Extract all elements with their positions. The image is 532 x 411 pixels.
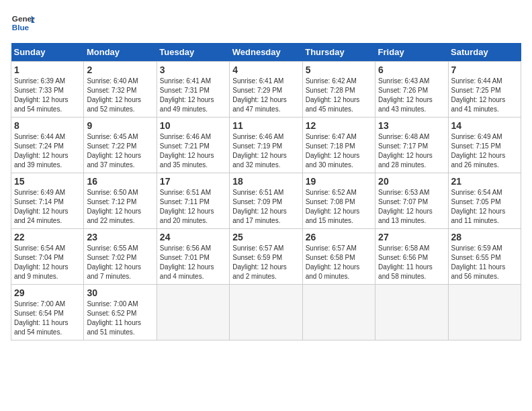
day-detail: Sunrise: 6:43 AMSunset: 7:26 PMDaylight:…: [378, 77, 445, 114]
day-number: 27: [378, 232, 445, 242]
day-detail: Sunrise: 6:51 AMSunset: 7:09 PMDaylight:…: [232, 188, 299, 226]
weekday-header: Tuesday: [157, 43, 229, 62]
weekday-header: Monday: [84, 43, 157, 62]
weekday-header: Thursday: [302, 43, 375, 62]
day-number: 4: [232, 64, 299, 75]
calendar-cell: 23 Sunrise: 6:55 AMSunset: 7:02 PMDaylig…: [84, 229, 157, 285]
calendar-cell: 28 Sunrise: 6:59 AMSunset: 6:55 PMDaylig…: [448, 229, 521, 285]
day-detail: Sunrise: 6:39 AMSunset: 7:33 PMDaylight:…: [14, 77, 81, 114]
day-detail: Sunrise: 6:46 AMSunset: 7:21 PMDaylight:…: [160, 132, 226, 170]
day-number: 2: [87, 64, 153, 75]
calendar-cell: 22 Sunrise: 6:54 AMSunset: 7:04 PMDaylig…: [11, 229, 84, 285]
day-number: 19: [306, 176, 372, 187]
calendar-cell: 8 Sunrise: 6:44 AMSunset: 7:24 PMDayligh…: [11, 118, 84, 173]
day-number: 12: [306, 120, 372, 131]
day-detail: Sunrise: 6:54 AMSunset: 7:04 PMDaylight:…: [14, 244, 81, 281]
calendar-cell: [448, 285, 521, 340]
calendar-cell: 12 Sunrise: 6:47 AMSunset: 7:18 PMDaylig…: [302, 118, 375, 173]
calendar-cell: 11 Sunrise: 6:46 AMSunset: 7:19 PMDaylig…: [230, 118, 302, 173]
calendar-week-row: 29 Sunrise: 7:00 AMSunset: 6:54 PMDaylig…: [11, 285, 521, 340]
calendar-cell: 9 Sunrise: 6:45 AMSunset: 7:22 PMDayligh…: [84, 118, 157, 173]
day-number: 30: [87, 287, 153, 298]
calendar-cell: 7 Sunrise: 6:44 AMSunset: 7:25 PMDayligh…: [448, 62, 521, 118]
day-number: 6: [378, 64, 445, 75]
day-detail: Sunrise: 6:53 AMSunset: 7:07 PMDaylight:…: [378, 188, 445, 226]
day-number: 20: [378, 176, 445, 187]
day-number: 16: [87, 176, 153, 187]
day-number: 5: [306, 64, 372, 75]
day-detail: Sunrise: 6:46 AMSunset: 7:19 PMDaylight:…: [232, 132, 299, 170]
calendar-cell: 4 Sunrise: 6:41 AMSunset: 7:29 PMDayligh…: [230, 62, 302, 118]
svg-text:Blue: Blue: [12, 23, 30, 32]
calendar-cell: 19 Sunrise: 6:52 AMSunset: 7:08 PMDaylig…: [302, 173, 375, 229]
day-number: 15: [14, 176, 81, 187]
day-number: 8: [14, 120, 81, 131]
day-detail: Sunrise: 7:00 AMSunset: 6:52 PMDaylight:…: [87, 300, 153, 337]
day-detail: Sunrise: 6:44 AMSunset: 7:25 PMDaylight:…: [451, 77, 518, 114]
day-number: 17: [160, 176, 226, 187]
day-detail: Sunrise: 6:54 AMSunset: 7:05 PMDaylight:…: [451, 188, 518, 226]
weekday-header: Friday: [375, 43, 448, 62]
calendar-cell: 18 Sunrise: 6:51 AMSunset: 7:09 PMDaylig…: [230, 173, 302, 229]
day-number: 26: [306, 232, 372, 242]
page-header: General Blue: [11, 11, 521, 35]
day-detail: Sunrise: 6:44 AMSunset: 7:24 PMDaylight:…: [14, 132, 81, 170]
day-detail: Sunrise: 6:41 AMSunset: 7:29 PMDaylight:…: [232, 77, 299, 114]
calendar-week-row: 22 Sunrise: 6:54 AMSunset: 7:04 PMDaylig…: [11, 229, 521, 285]
calendar-week-row: 15 Sunrise: 6:49 AMSunset: 7:14 PMDaylig…: [11, 173, 521, 229]
day-detail: Sunrise: 6:55 AMSunset: 7:02 PMDaylight:…: [87, 244, 153, 281]
weekday-header-row: SundayMondayTuesdayWednesdayThursdayFrid…: [11, 43, 521, 62]
calendar-cell: 26 Sunrise: 6:57 AMSunset: 6:58 PMDaylig…: [302, 229, 375, 285]
calendar-cell: 1 Sunrise: 6:39 AMSunset: 7:33 PMDayligh…: [11, 62, 84, 118]
calendar-cell: 13 Sunrise: 6:48 AMSunset: 7:17 PMDaylig…: [375, 118, 448, 173]
day-number: 25: [232, 232, 299, 242]
day-detail: Sunrise: 6:40 AMSunset: 7:32 PMDaylight:…: [87, 77, 153, 114]
calendar-cell: 10 Sunrise: 6:46 AMSunset: 7:21 PMDaylig…: [157, 118, 229, 173]
calendar-cell: 3 Sunrise: 6:41 AMSunset: 7:31 PMDayligh…: [157, 62, 229, 118]
day-detail: Sunrise: 6:49 AMSunset: 7:14 PMDaylight:…: [14, 188, 81, 226]
calendar-cell: [157, 285, 229, 340]
day-detail: Sunrise: 6:59 AMSunset: 6:55 PMDaylight:…: [451, 244, 518, 281]
day-detail: Sunrise: 6:56 AMSunset: 7:01 PMDaylight:…: [160, 244, 226, 281]
day-detail: Sunrise: 6:50 AMSunset: 7:12 PMDaylight:…: [87, 188, 153, 226]
day-detail: Sunrise: 6:45 AMSunset: 7:22 PMDaylight:…: [87, 132, 153, 170]
logo-icon: General Blue: [11, 11, 35, 35]
day-number: 21: [451, 176, 518, 187]
day-detail: Sunrise: 6:47 AMSunset: 7:18 PMDaylight:…: [306, 132, 372, 170]
calendar-week-row: 1 Sunrise: 6:39 AMSunset: 7:33 PMDayligh…: [11, 62, 521, 118]
calendar-cell: 15 Sunrise: 6:49 AMSunset: 7:14 PMDaylig…: [11, 173, 84, 229]
calendar-table: SundayMondayTuesdayWednesdayThursdayFrid…: [11, 43, 521, 340]
day-number: 22: [14, 232, 81, 242]
day-number: 7: [451, 64, 518, 75]
day-number: 1: [14, 64, 81, 75]
day-detail: Sunrise: 6:49 AMSunset: 7:15 PMDaylight:…: [451, 132, 518, 170]
day-number: 24: [160, 232, 226, 242]
calendar-cell: 5 Sunrise: 6:42 AMSunset: 7:28 PMDayligh…: [302, 62, 375, 118]
day-number: 10: [160, 120, 226, 131]
day-detail: Sunrise: 7:00 AMSunset: 6:54 PMDaylight:…: [14, 300, 81, 337]
calendar-cell: [230, 285, 302, 340]
day-detail: Sunrise: 6:57 AMSunset: 6:59 PMDaylight:…: [232, 244, 299, 281]
calendar-cell: 30 Sunrise: 7:00 AMSunset: 6:52 PMDaylig…: [84, 285, 157, 340]
day-detail: Sunrise: 6:42 AMSunset: 7:28 PMDaylight:…: [306, 77, 372, 114]
day-number: 23: [87, 232, 153, 242]
calendar-cell: 20 Sunrise: 6:53 AMSunset: 7:07 PMDaylig…: [375, 173, 448, 229]
calendar-cell: 25 Sunrise: 6:57 AMSunset: 6:59 PMDaylig…: [230, 229, 302, 285]
calendar-cell: [375, 285, 448, 340]
calendar-cell: 2 Sunrise: 6:40 AMSunset: 7:32 PMDayligh…: [84, 62, 157, 118]
calendar-cell: 24 Sunrise: 6:56 AMSunset: 7:01 PMDaylig…: [157, 229, 229, 285]
calendar-cell: 14 Sunrise: 6:49 AMSunset: 7:15 PMDaylig…: [448, 118, 521, 173]
weekday-header: Wednesday: [230, 43, 302, 62]
weekday-header: Saturday: [448, 43, 521, 62]
day-number: 14: [451, 120, 518, 131]
day-number: 18: [232, 176, 299, 187]
day-detail: Sunrise: 6:41 AMSunset: 7:31 PMDaylight:…: [160, 77, 226, 114]
weekday-header: Sunday: [11, 43, 84, 62]
calendar-cell: [302, 285, 375, 340]
calendar-cell: 29 Sunrise: 7:00 AMSunset: 6:54 PMDaylig…: [11, 285, 84, 340]
day-detail: Sunrise: 6:51 AMSunset: 7:11 PMDaylight:…: [160, 188, 226, 226]
calendar-week-row: 8 Sunrise: 6:44 AMSunset: 7:24 PMDayligh…: [11, 118, 521, 173]
day-detail: Sunrise: 6:58 AMSunset: 6:56 PMDaylight:…: [378, 244, 445, 281]
day-number: 28: [451, 232, 518, 242]
day-number: 11: [232, 120, 299, 131]
